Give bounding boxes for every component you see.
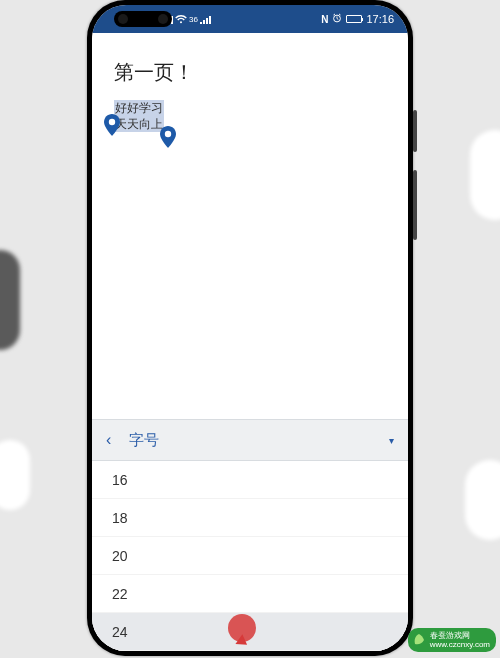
signal2-icon [200,15,211,24]
panel-header: ‹ 字号 ▾ [92,419,408,461]
selection-handle-end[interactable] [160,126,176,148]
watermark-name: 春蚕游戏网 [430,631,490,640]
font-size-option[interactable]: 18 [92,499,408,537]
network-label: 36 [189,15,198,24]
nfc-icon: N [321,14,328,25]
camera-cutout [114,11,172,27]
selected-text: 好好学习 天天向上 [114,100,164,132]
dropdown-icon[interactable]: ▾ [389,435,394,446]
phone-screen: 36 N 17:16 第一页！ 好好学习 天天向上 [92,5,408,651]
selection-handle-start[interactable] [104,114,120,136]
svg-point-2 [165,131,171,137]
leaf-icon [412,633,426,647]
watermark: 春蚕游戏网 www.czcnxy.com [408,628,496,652]
font-size-option[interactable]: 24 [92,613,408,651]
text-selection[interactable]: 好好学习 天天向上 [114,100,164,132]
panel-title[interactable]: 字号 [129,431,389,450]
status-bar: 36 N 17:16 [92,5,408,33]
font-size-panel: ‹ 字号 ▾ 1618202224 [92,419,408,651]
battery-icon [346,15,362,23]
svg-point-1 [109,119,115,125]
font-size-option[interactable]: 16 [92,461,408,499]
phone-frame: 36 N 17:16 第一页！ 好好学习 天天向上 [87,0,413,656]
page-title: 第一页！ [114,59,386,86]
alarm-icon [332,13,342,25]
font-size-option[interactable]: 22 [92,575,408,613]
wifi-icon [175,15,187,24]
status-time: 17:16 [366,13,394,25]
phone-volume-button [413,170,417,240]
document-area[interactable]: 第一页！ 好好学习 天天向上 [92,33,408,416]
font-size-option[interactable]: 20 [92,537,408,575]
watermark-url: www.czcnxy.com [430,640,490,649]
phone-side-button [413,110,417,152]
font-size-list: 1618202224 [92,461,408,651]
back-button[interactable]: ‹ [106,431,111,449]
